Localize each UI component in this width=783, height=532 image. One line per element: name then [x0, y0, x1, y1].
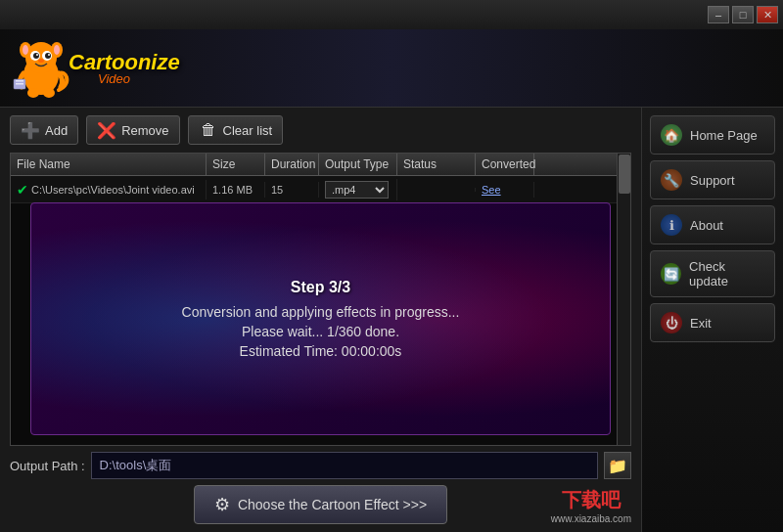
choose-effect-row: ⚙ Choose the Cartoon Effect >>>	[10, 485, 631, 524]
watermark: 下载吧 www.xiazaiba.com	[551, 487, 631, 524]
file-name-cell: ✔ C:\Users\pc\Videos\Joint video.avi	[11, 180, 207, 200]
file-size-cell: 1.16 MB	[207, 182, 265, 198]
minimize-button[interactable]: –	[708, 6, 729, 23]
main-content: ➕ Add ❌ Remove 🗑 Clear list File Name Si…	[0, 108, 783, 532]
file-name-text: C:\Users\pc\Videos\Joint video.avi	[31, 184, 195, 196]
about-icon: ℹ	[661, 214, 682, 236]
file-duration-cell: 15	[265, 182, 319, 198]
support-label: Support	[690, 173, 735, 188]
scrollbar[interactable]	[617, 154, 630, 445]
progress-msg3: Estimated Time: 00:00:00s	[240, 343, 402, 359]
watermark-line2: www.xiazaiba.com	[551, 513, 631, 524]
file-converted-cell[interactable]: See	[476, 182, 534, 198]
maximize-button[interactable]: □	[732, 6, 754, 23]
svg-rect-15	[16, 83, 23, 85]
svg-point-8	[38, 59, 44, 63]
clear-label: Clear list	[223, 123, 273, 138]
home-icon: 🏠	[661, 124, 682, 146]
file-list-header: File Name Size Duration Output Type Stat…	[11, 154, 630, 176]
file-status-cell	[397, 188, 476, 192]
svg-point-10	[23, 45, 28, 55]
progress-msg1: Conversion and applying effects in progr…	[182, 304, 460, 320]
logo-text: Cartoonize Video	[69, 50, 180, 86]
table-row[interactable]: ✔ C:\Users\pc\Videos\Joint video.avi 1.1…	[11, 176, 630, 203]
left-panel: ➕ Add ❌ Remove 🗑 Clear list File Name Si…	[0, 108, 641, 532]
check-update-label: Check update	[689, 259, 764, 288]
exit-button[interactable]: ⏻ Exit	[650, 303, 775, 342]
svg-point-17	[43, 88, 55, 98]
folder-icon: 📁	[608, 457, 627, 475]
add-label: Add	[45, 123, 68, 138]
scrollbar-thumb[interactable]	[619, 155, 630, 194]
remove-icon: ❌	[97, 120, 116, 140]
logo-video-text: Video	[98, 71, 180, 86]
progress-step: Step 3/3	[291, 279, 350, 296]
header-duration: Duration	[265, 154, 319, 175]
support-button[interactable]: 🔧 Support	[650, 160, 775, 200]
about-button[interactable]: ℹ About	[650, 205, 775, 244]
update-icon: 🔄	[661, 263, 681, 285]
exit-label: Exit	[690, 316, 712, 331]
svg-point-6	[36, 54, 38, 56]
check-icon: ✔	[17, 182, 28, 198]
svg-point-16	[27, 88, 39, 98]
toolbar: ➕ Add ❌ Remove 🗑 Clear list	[10, 115, 631, 145]
exit-icon: ⏻	[661, 312, 682, 333]
output-path-label: Output Path :	[10, 459, 85, 473]
svg-point-4	[33, 53, 39, 59]
output-path-input[interactable]	[91, 452, 598, 479]
remove-label: Remove	[121, 123, 168, 138]
svg-point-5	[45, 53, 51, 59]
header: Cartoonize Video	[0, 29, 783, 108]
gear-icon: ⚙	[214, 494, 230, 515]
support-icon: 🔧	[661, 169, 682, 191]
close-button[interactable]: ✕	[757, 6, 778, 23]
add-button[interactable]: ➕ Add	[10, 115, 78, 145]
progress-area: Step 3/3 Conversion and applying effects…	[30, 202, 611, 435]
header-size: Size	[207, 154, 265, 175]
clear-list-button[interactable]: 🗑 Clear list	[188, 115, 284, 145]
svg-point-7	[48, 54, 50, 56]
logo-area: Cartoonize Video	[10, 36, 180, 100]
title-bar: – □ ✕	[0, 0, 783, 29]
file-output-type-cell[interactable]: .mp4 .avi .mov	[319, 179, 397, 200]
see-button[interactable]: See	[482, 184, 501, 196]
add-icon: ➕	[21, 120, 40, 140]
progress-msg2: Please wait... 1/360 done.	[242, 324, 399, 339]
svg-rect-14	[16, 80, 23, 82]
header-converted: Converted	[476, 154, 534, 175]
about-label: About	[690, 218, 723, 233]
svg-point-12	[54, 45, 60, 55]
header-output-type: Output Type	[319, 154, 397, 175]
trash-icon: 🗑	[199, 120, 218, 140]
remove-button[interactable]: ❌ Remove	[86, 115, 179, 145]
home-page-button[interactable]: 🏠 Home Page	[650, 115, 775, 155]
output-path-row: Output Path : 📁	[10, 452, 631, 479]
logo-mascot	[10, 36, 73, 100]
home-page-label: Home Page	[690, 128, 758, 143]
choose-effect-label: Choose the Cartoon Effect >>>	[238, 497, 427, 512]
file-list-container: File Name Size Duration Output Type Stat…	[10, 153, 631, 446]
choose-effect-button[interactable]: ⚙ Choose the Cartoon Effect >>>	[194, 485, 447, 524]
watermark-line1: 下载吧	[562, 487, 621, 513]
output-type-select[interactable]: .mp4 .avi .mov	[325, 181, 389, 199]
header-filename: File Name	[11, 154, 207, 175]
folder-browse-button[interactable]: 📁	[604, 452, 631, 479]
right-panel: 🏠 Home Page 🔧 Support ℹ About 🔄 Check up…	[641, 108, 783, 532]
check-update-button[interactable]: 🔄 Check update	[650, 250, 775, 297]
header-status: Status	[397, 154, 476, 175]
